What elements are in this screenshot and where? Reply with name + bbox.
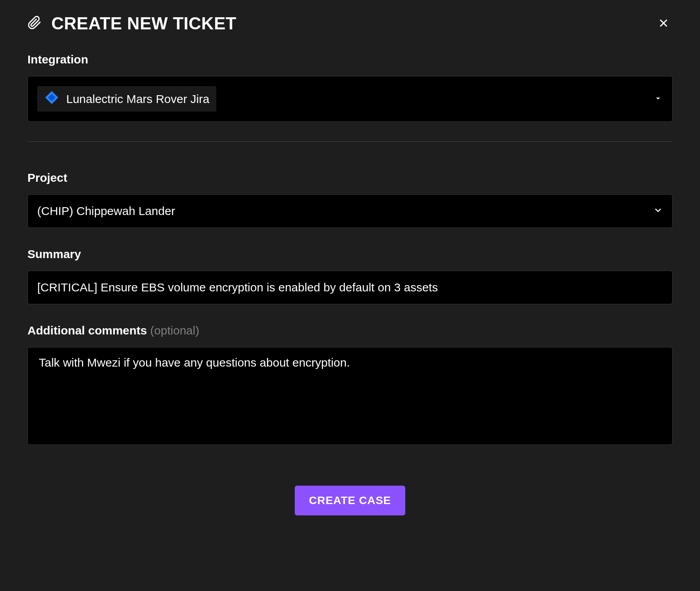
create-case-button[interactable]: CREATE CASE — [295, 486, 405, 515]
integration-label: Integration — [27, 53, 673, 66]
comments-textarea[interactable] — [27, 347, 673, 445]
project-select[interactable]: (CHIP) Chippewah Lander — [27, 194, 673, 228]
close-button[interactable] — [655, 14, 673, 33]
comments-label: Additional comments (optional) — [27, 324, 673, 337]
integration-value-wrapper: Lunalectric Mars Rover Jira — [37, 86, 216, 112]
jira-icon — [44, 90, 59, 108]
project-group: Project (CHIP) Chippewah Lander — [27, 171, 673, 228]
comments-optional-text: (optional) — [150, 324, 199, 337]
comments-group: Additional comments (optional) — [27, 324, 673, 446]
close-icon — [658, 24, 669, 30]
dialog-title: CREATE NEW TICKET — [51, 14, 236, 33]
integration-group: Integration Lunalectric Mars Rover Jira — [27, 53, 673, 122]
button-container: CREATE CASE — [27, 486, 673, 515]
summary-label: Summary — [27, 248, 673, 261]
chevron-down-icon — [653, 92, 663, 106]
integration-value: Lunalectric Mars Rover Jira — [66, 92, 209, 106]
integration-chip: Lunalectric Mars Rover Jira — [37, 86, 216, 112]
header-left: CREATE NEW TICKET — [27, 14, 236, 33]
chevron-down-icon — [653, 204, 663, 218]
summary-input[interactable] — [27, 271, 673, 304]
project-value: (CHIP) Chippewah Lander — [37, 204, 175, 218]
comments-label-text: Additional comments — [27, 324, 150, 337]
project-label: Project — [27, 171, 673, 184]
dialog-header: CREATE NEW TICKET — [27, 14, 673, 33]
section-divider — [27, 141, 673, 142]
paperclip-icon — [27, 16, 42, 31]
summary-group: Summary — [27, 248, 673, 304]
integration-select[interactable]: Lunalectric Mars Rover Jira — [27, 76, 673, 122]
